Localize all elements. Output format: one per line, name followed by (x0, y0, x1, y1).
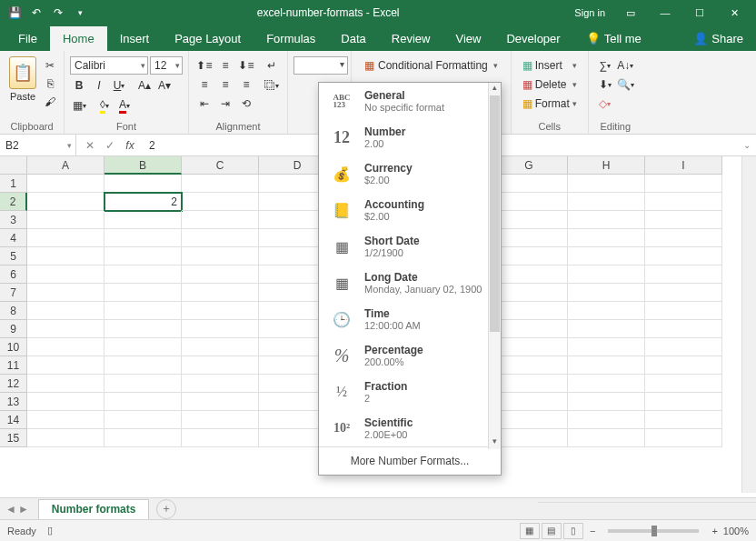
find-select-icon[interactable]: 🔍▾ (616, 75, 635, 94)
cell[interactable] (491, 229, 568, 247)
page-break-view-icon[interactable]: ▯ (563, 523, 583, 539)
sheet-nav-next-icon[interactable]: ► (18, 503, 29, 516)
cell[interactable] (182, 375, 259, 393)
row-header[interactable]: 2 (0, 193, 27, 211)
row-header[interactable]: 3 (0, 211, 27, 229)
cancel-formula-icon[interactable]: ✕ (82, 139, 98, 152)
dropdown-scrollbar[interactable]: ▴ ▾ (488, 83, 501, 449)
font-size-combo[interactable]: 12 (150, 56, 183, 75)
tab-pagelayout[interactable]: Page Layout (162, 26, 254, 51)
row-header[interactable]: 6 (0, 265, 27, 284)
cell[interactable] (104, 284, 182, 302)
cell[interactable] (491, 320, 568, 338)
cell[interactable] (182, 265, 259, 284)
zoom-in-button[interactable]: + (711, 526, 717, 536)
cell[interactable] (104, 265, 182, 284)
cell[interactable] (182, 411, 259, 429)
cell[interactable] (645, 175, 722, 193)
italic-button[interactable]: I (90, 76, 108, 95)
save-icon[interactable]: 💾 (5, 4, 24, 22)
close-button[interactable]: ✕ (718, 2, 751, 24)
orientation-icon[interactable]: ⟲ (236, 95, 256, 113)
enter-formula-icon[interactable]: ✓ (102, 139, 118, 152)
cell[interactable] (27, 411, 104, 429)
column-header[interactable]: A (27, 156, 104, 175)
qat-customize-icon[interactable]: ▾ (71, 4, 89, 22)
row-header[interactable]: 13 (0, 393, 27, 411)
align-bottom-icon[interactable]: ⬇≡ (236, 56, 256, 75)
conditional-formatting-button[interactable]: ▦ Conditional Formatting (361, 56, 502, 75)
cell[interactable] (104, 375, 182, 393)
row-header[interactable]: 4 (0, 229, 27, 247)
cell[interactable] (491, 338, 568, 356)
number-format-option[interactable]: 12Number2.00 (319, 119, 501, 155)
sort-filter-icon[interactable]: A↓▾ (616, 56, 635, 75)
row-header[interactable]: 12 (0, 375, 27, 393)
tab-view[interactable]: View (443, 26, 493, 51)
cell[interactable] (491, 393, 568, 411)
macro-record-icon[interactable]: ▯ (47, 525, 53, 536)
merge-center-icon[interactable]: ⿻▾ (262, 76, 282, 95)
cell[interactable] (27, 338, 104, 356)
expand-formula-bar-icon[interactable]: ⌄ (738, 140, 756, 150)
font-color-button[interactable]: A▾ (115, 96, 134, 115)
cell[interactable] (182, 229, 259, 247)
cell[interactable] (27, 356, 104, 375)
column-header[interactable]: G (491, 156, 568, 175)
scroll-down-icon[interactable]: ▾ (489, 436, 501, 449)
cell[interactable] (645, 429, 722, 447)
cell[interactable] (27, 211, 104, 229)
normal-view-icon[interactable]: ▦ (520, 523, 540, 539)
zoom-out-button[interactable]: − (590, 526, 595, 536)
column-header[interactable]: B (104, 156, 182, 175)
align-middle-icon[interactable]: ≡ (215, 56, 235, 75)
cell[interactable] (645, 356, 722, 375)
more-number-formats-button[interactable]: More Number Formats... (319, 446, 501, 475)
delete-cells-button[interactable]: ▦Delete (519, 75, 581, 94)
cell[interactable] (645, 302, 722, 320)
column-header[interactable]: I (645, 156, 722, 175)
tab-home[interactable]: Home (50, 26, 107, 51)
number-format-option[interactable]: ▦Short Date1/2/1900 (319, 228, 501, 265)
row-header[interactable]: 11 (0, 356, 27, 375)
undo-icon[interactable]: ↶ (27, 4, 45, 22)
cell[interactable] (645, 375, 722, 393)
redo-icon[interactable]: ↷ (49, 4, 67, 22)
number-format-option[interactable]: ½Fraction2 (319, 374, 501, 410)
cell[interactable] (645, 393, 722, 411)
row-header[interactable]: 5 (0, 247, 27, 265)
cell[interactable] (182, 175, 259, 193)
paste-button[interactable]: Paste (10, 91, 35, 102)
cell[interactable] (491, 375, 568, 393)
cell[interactable] (27, 375, 104, 393)
increase-font-icon[interactable]: A▴ (135, 76, 154, 95)
align-left-icon[interactable]: ≡ (194, 75, 214, 94)
copy-icon[interactable]: ⎘ (42, 76, 58, 91)
cell[interactable] (104, 411, 182, 429)
cell[interactable] (568, 175, 645, 193)
decrease-font-icon[interactable]: A▾ (155, 76, 174, 95)
cell[interactable] (645, 320, 722, 338)
row-header[interactable]: 10 (0, 338, 27, 356)
cell[interactable] (491, 247, 568, 265)
number-format-option[interactable]: ABC123GeneralNo specific format (319, 83, 501, 119)
horizontal-scrollbar[interactable] (538, 502, 756, 516)
cell[interactable] (491, 411, 568, 429)
wrap-text-icon[interactable]: ↵ (262, 56, 282, 75)
number-format-option[interactable]: 💰Currency$2.00 (319, 155, 501, 192)
cell[interactable] (104, 429, 182, 447)
number-format-option[interactable]: 🕒Time12:00:00 AM (319, 301, 501, 337)
tab-review[interactable]: Review (379, 26, 443, 51)
cell[interactable] (104, 356, 182, 375)
cell[interactable] (104, 175, 182, 193)
sheet-tab-active[interactable]: Number formats (38, 499, 150, 519)
font-name-combo[interactable]: Calibri (70, 56, 148, 75)
cell[interactable] (645, 229, 722, 247)
cell[interactable] (491, 211, 568, 229)
cell[interactable] (182, 193, 259, 211)
fill-icon[interactable]: ⬇▾ (596, 75, 614, 94)
cell[interactable] (104, 393, 182, 411)
cell[interactable] (491, 302, 568, 320)
tab-data[interactable]: Data (328, 26, 378, 51)
underline-button[interactable]: U▾ (110, 76, 128, 95)
